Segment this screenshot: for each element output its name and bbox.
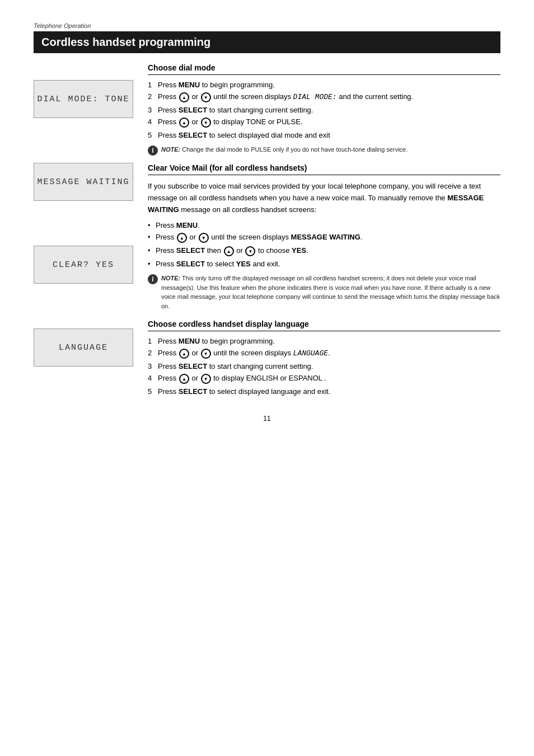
content-area: DIAL MODE: TONE MESSAGE WAITING CLEAR? Y… xyxy=(34,63,500,401)
lang-step-1: 1 Press MENU to begin programming. xyxy=(148,337,500,345)
choose-language-steps: 1 Press MENU to begin programming. 2 Pre… xyxy=(148,337,500,396)
up-button6 xyxy=(179,374,189,384)
select-keyword6: SELECT xyxy=(179,387,207,396)
select-keyword2: SELECT xyxy=(179,131,207,139)
select-keyword: SELECT xyxy=(179,106,207,114)
up-button3 xyxy=(177,233,187,243)
select-keyword5: SELECT xyxy=(179,362,207,370)
step-5: 5 Press SELECT to select displayed dial … xyxy=(148,131,500,139)
bullet-1: Press MENU. xyxy=(148,221,500,229)
down-button5 xyxy=(201,349,211,359)
lang-step-4: 4 Press or to display ENGLISH or ESPANOL… xyxy=(148,374,500,384)
page-title: Cordless handset programming xyxy=(34,31,500,53)
note-text: NOTE: Change the dial mode to PULSE only… xyxy=(161,145,407,154)
note-icon: i xyxy=(148,145,158,156)
choose-dial-mode-steps: 1 Press MENU to begin programming. 2 Pre… xyxy=(148,81,500,139)
dial-mode-lcd-text: DIAL MODE: xyxy=(293,93,337,101)
clear-voice-mail-note-text: NOTE: This only turns off the displayed … xyxy=(161,274,500,311)
clear-voice-mail-bullets: Press MENU. Press or until the screen di… xyxy=(148,221,500,268)
bullet-4: Press SELECT to select YES and exit. xyxy=(148,260,500,268)
up-button xyxy=(179,92,189,102)
left-panels: DIAL MODE: TONE MESSAGE WAITING CLEAR? Y… xyxy=(34,63,134,401)
step-3: 3 Press SELECT to start changing current… xyxy=(148,106,500,114)
page-number: 11 xyxy=(34,415,500,422)
menu-keyword: MENU xyxy=(179,81,200,89)
yes-keyword2: YES xyxy=(236,260,251,268)
lang-step-2: 2 Press or until the screen displays LAN… xyxy=(148,349,500,359)
choose-dial-mode-title: Choose dial mode xyxy=(148,63,500,75)
up-button4 xyxy=(224,246,234,256)
step-2: 2 Press or until the screen displays DIA… xyxy=(148,92,500,102)
select-keyword3: SELECT xyxy=(176,247,205,255)
lcd-message-waiting: MESSAGE WAITING xyxy=(34,163,133,201)
page-wrapper: Telephone Operation Cordless handset pro… xyxy=(34,22,500,422)
step-1: 1 Press MENU to begin programming. xyxy=(148,81,500,89)
lcd-dial-mode: DIAL MODE: TONE xyxy=(34,80,133,118)
select-keyword4: SELECT xyxy=(176,260,205,268)
up-button5 xyxy=(179,349,189,359)
lang-step-5: 5 Press SELECT to select displayed langu… xyxy=(148,387,500,396)
bullet-3: Press SELECT then or to choose YES. xyxy=(148,246,500,256)
dial-mode-note: i NOTE: Change the dial mode to PULSE on… xyxy=(148,145,500,156)
note-icon2: i xyxy=(148,274,158,284)
section-label: Telephone Operation xyxy=(34,22,500,29)
clear-voice-mail-note: i NOTE: This only turns off the displaye… xyxy=(148,274,500,311)
choose-dial-mode-section: Choose dial mode 1 Press MENU to begin p… xyxy=(148,63,500,156)
clear-voice-mail-intro: If you subscribe to voice mail services … xyxy=(148,181,500,215)
message-waiting-keyword: MESSAGE WAITING xyxy=(291,233,360,242)
yes-keyword: YES xyxy=(292,247,306,255)
step-4: 4 Press or to display TONE or PULSE. xyxy=(148,118,500,128)
lang-step-3: 3 Press SELECT to start changing current… xyxy=(148,362,500,370)
clear-voice-mail-section: Clear Voice Mail (for all cordless hands… xyxy=(148,163,500,311)
down-button3 xyxy=(199,233,209,243)
choose-language-section: Choose cordless handset display language… xyxy=(148,320,500,396)
menu-keyword3: MENU xyxy=(176,221,198,229)
choose-language-title: Choose cordless handset display language xyxy=(148,320,500,331)
down-button2 xyxy=(201,118,211,128)
up-button2 xyxy=(179,118,189,128)
down-button4 xyxy=(245,246,255,256)
language-lcd-text: LANGUAGE xyxy=(293,350,328,358)
menu-keyword4: MENU xyxy=(179,337,200,345)
clear-voice-mail-title: Clear Voice Mail (for all cordless hands… xyxy=(148,163,500,175)
down-button6 xyxy=(201,374,211,384)
right-content: Choose dial mode 1 Press MENU to begin p… xyxy=(148,63,500,401)
lcd-language: LANGUAGE xyxy=(34,328,133,367)
down-button xyxy=(201,92,211,102)
lcd-clearp-yes: CLEAR? YES xyxy=(34,246,133,284)
bullet-2: Press or until the screen displays MESSA… xyxy=(148,233,500,243)
